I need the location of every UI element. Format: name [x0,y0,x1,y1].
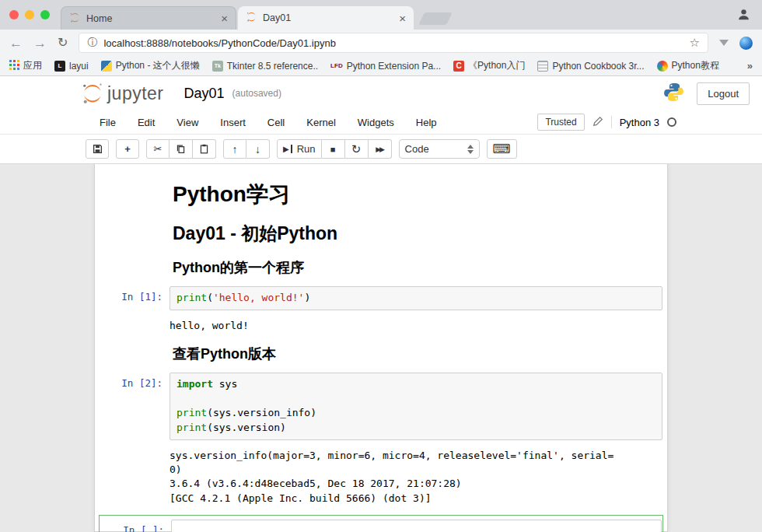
arrow-down-icon: ↓ [255,143,260,156]
code-cell-1[interactable]: In [1]: print('hello, world!') [95,282,667,314]
jupyter-header: jupyter Day01 (autosaved) Logout [0,76,762,110]
bookmark-apps[interactable]: 应用 [9,59,42,72]
move-cell-down-button[interactable]: ↓ [246,139,270,159]
kernel-status-icon [667,117,676,127]
url-text[interactable]: localhost:8888/notebooks/PythonCode/Day0… [103,37,683,49]
scissors-icon: ✂ [154,143,163,155]
close-tab-icon[interactable]: × [399,12,406,24]
floppy-icon [93,144,103,154]
bookmark-label: layui [69,61,89,72]
output-text: hello, world! [170,319,662,333]
divider [611,116,612,128]
menu-view[interactable]: View [177,117,198,128]
forward-icon[interactable]: → [33,37,47,50]
site-info-icon[interactable]: ⓘ [87,36,97,50]
menu-insert[interactable]: Insert [220,117,246,128]
menu-cell[interactable]: Cell [267,117,285,128]
input-prompt: In [ ]: [100,520,171,532]
markdown-cell-version[interactable]: 查看Python版本 [170,338,667,369]
bookmark-tkinter[interactable]: Tk Tkinter 8.5 reference.. [212,61,318,72]
python-logo-icon [663,82,684,106]
bookmark-label: Python教程 [672,59,719,72]
heading-day01: Day01 - 初始Python [173,224,662,243]
notebook-title[interactable]: Day01 [184,86,225,102]
restart-run-all-button[interactable]: ▶▶ [369,139,392,159]
bookmarks-bar: 应用 L layui Python - 这个人很懒 Tk Tkinter 8.5… [0,56,762,76]
reload-icon[interactable]: ↻ [58,37,68,49]
cell-type-select[interactable]: Code [399,139,480,159]
tab-label: Home [86,13,215,24]
markdown-cell-first-program[interactable]: Python的第一个程序 [170,251,667,282]
cell-type-value: Code [405,143,429,155]
markdown-cell-day01[interactable]: Day01 - 初始Python [170,216,667,251]
window-controls [9,10,50,19]
bookmark-star-icon[interactable]: ☆ [690,36,700,50]
bookmark-label: Python Extension Pa... [347,61,441,72]
tkinter-icon: Tk [212,61,223,72]
close-tab-icon[interactable]: × [221,12,228,24]
extension-globe-icon[interactable] [739,37,753,50]
tab-label: Day01 [263,12,393,23]
bookmark-layui[interactable]: L layui [54,61,89,72]
command-palette-button[interactable]: ⌨ [487,139,517,159]
back-icon[interactable]: ← [9,37,23,50]
menu-help[interactable]: Help [416,117,437,128]
run-label: Run [297,143,316,155]
layui-icon: L [54,61,65,72]
menu-file[interactable]: File [100,117,116,128]
code-cell-2[interactable]: In [2]: import sys print(sys.version_inf… [95,369,667,444]
bookmarks-overflow-chevron[interactable]: » [747,60,753,72]
add-cell-button[interactable]: + [116,139,139,159]
jupyter-logo[interactable]: jupyter [81,82,164,105]
tab-home[interactable]: Home × [61,6,236,30]
arrow-up-icon: ↑ [232,143,238,156]
new-tab-button[interactable] [418,12,453,25]
save-button[interactable] [86,139,109,159]
paste-cell-button[interactable] [193,139,216,159]
copy-cell-button[interactable] [170,139,193,159]
heading-first-program: Python的第一个程序 [173,261,662,276]
logout-button[interactable]: Logout [697,82,750,105]
run-button[interactable]: ▶Run [277,139,322,159]
code-editor[interactable]: print('hello, world!') [170,286,662,310]
menu-widgets[interactable]: Widgets [358,117,394,128]
bookmark-label: 应用 [23,59,42,72]
bookmark-python-cookbook[interactable]: Python Cookbook 3r... [537,61,644,72]
trusted-badge[interactable]: Trusted [537,114,584,131]
output-area-1: hello, world! [95,314,667,338]
zoom-window-button[interactable] [40,10,50,19]
menu-kernel[interactable]: Kernel [306,117,336,128]
keyboard-icon: ⌨ [493,142,511,156]
tab-list: Home × Day01 × [61,0,449,30]
restart-kernel-button[interactable]: ↻ [345,139,369,159]
profile-icon[interactable] [736,7,751,25]
extension-dropdown-icon[interactable] [719,40,729,46]
apps-grid-icon [9,60,19,72]
input-prompt: In [1]: [95,286,170,310]
restart-icon: ↻ [351,142,362,156]
browser-window: Home × Day01 × ← → ↻ ⓘ localhost:8888/no… [0,0,762,532]
move-cell-up-button[interactable]: ↑ [223,139,246,159]
code-cell-3-selected[interactable]: In [ ]: [99,515,663,532]
bookmark-python-extensions[interactable]: LFD Python Extension Pa... [330,61,441,72]
bookmark-python-tutorial[interactable]: Python教程 [657,59,719,72]
interrupt-kernel-button[interactable]: ■ [322,139,345,159]
bookmark-python-blog[interactable]: Python - 这个人很懒 [101,59,200,72]
bookmark-python-intro[interactable]: C 《Python入门 [453,59,525,72]
cut-cell-button[interactable]: ✂ [146,139,170,159]
address-bar[interactable]: ⓘ localhost:8888/notebooks/PythonCode/Da… [79,33,708,53]
output-area-2: sys.version_info(major=3, minor=6, micro… [95,444,667,510]
select-arrows-icon [467,145,474,154]
menu-edit[interactable]: Edit [138,117,155,128]
code-editor[interactable]: import sys print(sys.version_info)print(… [170,373,662,440]
minimize-window-button[interactable] [25,10,34,19]
markdown-cell-title[interactable]: Python学习 [170,175,667,216]
output-text: sys.version_info(major=3, minor=6, micro… [170,449,662,506]
heading-python-study: Python学习 [173,183,662,207]
tab-day01[interactable]: Day01 × [238,6,414,30]
code-editor[interactable] [171,520,662,532]
pencil-icon [592,116,603,129]
play-icon: ▶ [283,145,289,153]
play-bar-icon [291,145,292,153]
close-window-button[interactable] [9,10,19,19]
